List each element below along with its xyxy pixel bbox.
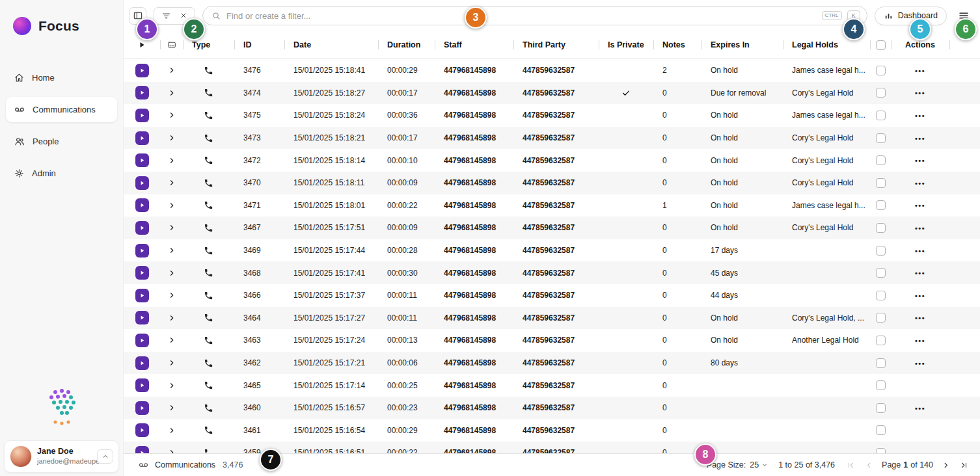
column-header-duration[interactable]: Duration	[378, 31, 435, 59]
sidebar-item-home[interactable]: Home	[6, 65, 117, 90]
play-button[interactable]	[135, 356, 149, 370]
sidebar-item-admin[interactable]: Admin	[6, 161, 117, 186]
expand-row-button[interactable]	[168, 246, 176, 254]
expand-row-button[interactable]	[168, 382, 176, 390]
row-checkbox[interactable]	[876, 133, 886, 143]
play-cell	[124, 244, 160, 258]
toggle-panel-button[interactable]	[129, 7, 146, 25]
expand-row-button[interactable]	[168, 111, 176, 119]
play-button[interactable]	[135, 131, 149, 145]
actions-cell	[891, 402, 949, 414]
play-button[interactable]	[135, 153, 149, 167]
row-actions-button[interactable]	[911, 311, 929, 324]
play-button[interactable]	[135, 198, 149, 212]
column-header-staff[interactable]: Staff	[435, 31, 513, 59]
play-button[interactable]	[135, 176, 149, 190]
row-actions-button[interactable]	[911, 222, 929, 234]
next-page-button[interactable]	[940, 460, 951, 471]
play-button[interactable]	[135, 244, 149, 258]
user-menu-button[interactable]	[97, 449, 113, 464]
row-checkbox[interactable]	[876, 111, 886, 120]
row-checkbox[interactable]	[876, 200, 886, 210]
row-actions-button[interactable]	[911, 245, 929, 257]
search-input[interactable]	[226, 11, 817, 21]
expand-row-button[interactable]	[168, 269, 176, 277]
play-button[interactable]	[135, 423, 149, 437]
filter-search-bar[interactable]: CTRL K	[202, 6, 867, 25]
menu-button[interactable]	[954, 7, 973, 24]
column-header-expires-in[interactable]: Expires In	[701, 31, 783, 59]
play-button[interactable]	[135, 64, 149, 77]
row-checkbox[interactable]	[876, 88, 886, 98]
prev-page-button[interactable]	[864, 460, 875, 471]
expand-row-button[interactable]	[168, 134, 176, 142]
play-button[interactable]	[135, 446, 149, 453]
expand-row-button[interactable]	[168, 427, 176, 434]
user-profile[interactable]: Jane Doe janedoe@madeupe...	[4, 440, 119, 473]
expand-row-button[interactable]	[168, 291, 176, 299]
first-page-button[interactable]	[845, 460, 856, 471]
play-button[interactable]	[135, 86, 149, 99]
row-checkbox[interactable]	[876, 448, 886, 453]
row-checkbox[interactable]	[876, 291, 886, 300]
play-button[interactable]	[135, 109, 149, 122]
row-checkbox[interactable]	[876, 403, 886, 413]
row-actions-button[interactable]	[911, 177, 929, 189]
expand-row-button[interactable]	[168, 359, 176, 367]
expand-row-button[interactable]	[168, 89, 176, 97]
play-button[interactable]	[135, 311, 149, 324]
row-checkbox[interactable]	[876, 246, 886, 256]
play-button[interactable]	[135, 221, 149, 235]
row-actions-button[interactable]	[911, 86, 929, 99]
play-button[interactable]	[135, 378, 149, 392]
column-header-legal-holds[interactable]: Legal Holds	[783, 31, 870, 59]
expand-row-button[interactable]	[168, 224, 176, 231]
sidebar-item-communications[interactable]: Communications	[6, 97, 117, 122]
row-actions-button[interactable]	[911, 289, 929, 302]
expand-row-button[interactable]	[168, 179, 176, 187]
expand-row-button[interactable]	[168, 336, 176, 344]
select-all-checkbox[interactable]	[876, 40, 886, 50]
row-checkbox[interactable]	[876, 155, 886, 165]
row-checkbox[interactable]	[876, 336, 886, 345]
row-checkbox[interactable]	[876, 268, 886, 278]
expand-row-button[interactable]	[168, 66, 176, 74]
column-header-type[interactable]: Type	[183, 31, 234, 59]
filter-list-icon[interactable]	[161, 11, 171, 21]
sidebar-item-people[interactable]: People	[6, 129, 117, 154]
expand-row-button[interactable]	[168, 157, 176, 165]
expand-row-button[interactable]	[168, 449, 176, 453]
row-actions-button[interactable]	[911, 132, 929, 144]
row-actions-button[interactable]	[911, 109, 929, 122]
row-actions-button[interactable]	[911, 64, 929, 77]
expand-row-button[interactable]	[168, 202, 176, 209]
column-header-date[interactable]: Date	[284, 31, 378, 59]
column-header-is-private[interactable]: Is Private	[599, 31, 653, 59]
row-checkbox[interactable]	[876, 66, 886, 75]
row-checkbox[interactable]	[876, 358, 886, 368]
expand-row-button[interactable]	[168, 314, 176, 322]
column-header-id[interactable]: ID	[234, 31, 284, 59]
play-button[interactable]	[135, 401, 149, 415]
row-actions-button[interactable]	[911, 199, 929, 211]
clear-filter-icon[interactable]	[180, 12, 187, 20]
row-actions-button[interactable]	[911, 267, 929, 279]
row-checkbox[interactable]	[876, 223, 886, 233]
row-checkbox[interactable]	[876, 178, 886, 188]
expand-row-button[interactable]	[168, 404, 176, 412]
row-actions-button[interactable]	[911, 357, 929, 369]
play-button[interactable]	[135, 266, 149, 280]
column-header-notes[interactable]: Notes	[653, 31, 701, 59]
play-button[interactable]	[135, 289, 149, 302]
row-actions-button[interactable]	[911, 402, 929, 414]
page-size-select[interactable]: 25	[750, 460, 768, 469]
row-checkbox[interactable]	[876, 380, 886, 390]
row-actions-button[interactable]	[911, 154, 929, 166]
row-checkbox[interactable]	[876, 425, 886, 435]
column-header-third-party[interactable]: Third Party	[513, 31, 599, 59]
play-button[interactable]	[135, 334, 149, 347]
dashboard-button[interactable]: Dashboard	[875, 7, 947, 25]
row-checkbox[interactable]	[876, 313, 886, 323]
row-actions-button[interactable]	[911, 334, 929, 347]
last-page-button[interactable]	[959, 460, 970, 471]
